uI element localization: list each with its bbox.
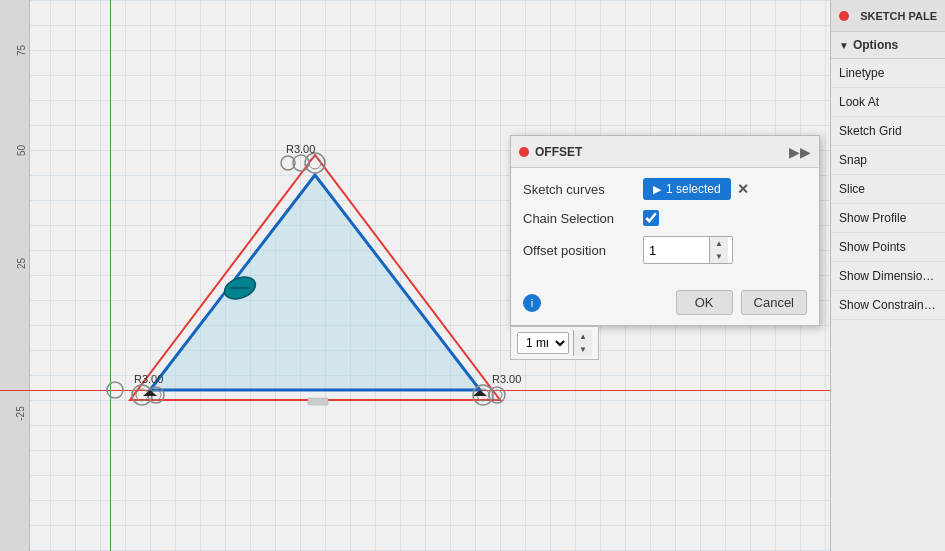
mm-bar: 1 mm 2 mm 5 mm ▲ ▼ [510,326,599,360]
panel-header: SKETCH PALE [831,0,945,32]
cancel-button[interactable]: Cancel [741,290,807,315]
offset-position-row: Offset position ▲ ▼ [523,236,807,264]
svg-point-3 [309,157,321,169]
info-icon: i [523,294,541,312]
selected-label: 1 selected [666,182,721,196]
panel-dot [839,11,849,21]
dialog-header: OFFSET ▶▶ [511,136,819,168]
offset-input-wrap: ▲ ▼ [643,236,733,264]
selected-button[interactable]: ▶ 1 selected [643,178,731,200]
spin-buttons: ▲ ▼ [709,237,728,263]
svg-point-14 [107,382,123,398]
spin-up-button[interactable]: ▲ [710,237,728,250]
svg-text:R3.00: R3.00 [134,373,163,385]
panel-item-show-profile[interactable]: Show Profile [831,204,945,233]
ruler-left: 75 50 25 -25 [0,0,30,551]
panel-item-sketch-grid[interactable]: Sketch Grid [831,117,945,146]
options-section-header: ▼ Options [831,32,945,59]
sketch-curves-row: Sketch curves ▶ 1 selected ✕ [523,178,807,200]
ok-button[interactable]: OK [676,290,733,315]
options-label: Options [853,38,898,52]
svg-text:R3.00: R3.00 [492,373,521,385]
dialog-expand-icon[interactable]: ▶▶ [789,144,811,160]
ruler-mark-25: 25 [16,258,27,269]
dialog-title: OFFSET [519,145,582,159]
chain-selection-checkbox[interactable] [643,210,659,226]
dialog-footer: i OK Cancel [511,284,819,325]
svg-text:R3.00: R3.00 [286,143,315,155]
mm-spin-down[interactable]: ▼ [574,343,592,356]
mm-select[interactable]: 1 mm 2 mm 5 mm [518,333,568,353]
dialog-dot [519,147,529,157]
cursor-icon: ▶ [653,183,661,196]
mm-spin-up[interactable]: ▲ [574,330,592,343]
panel-title: SKETCH PALE [860,10,937,22]
offset-position-input[interactable] [644,240,709,261]
panel-item-linetype[interactable]: Linetype [831,59,945,88]
chain-selection-row: Chain Selection [523,210,807,226]
mm-spin-buttons: ▲ ▼ [573,330,592,356]
offset-dialog: OFFSET ▶▶ Sketch curves ▶ 1 selected ✕ C… [510,135,820,326]
panel-item-show-constrain[interactable]: Show Constrain… [831,291,945,320]
dialog-body: Sketch curves ▶ 1 selected ✕ Chain Selec… [511,168,819,284]
svg-marker-1 [150,175,480,390]
offset-position-label: Offset position [523,243,643,258]
clear-selection-button[interactable]: ✕ [737,181,749,197]
chain-selection-label: Chain Selection [523,211,643,226]
ruler-mark-75: 75 [16,45,27,56]
chain-selection-checkbox-wrap [643,210,659,226]
mm-input-wrap: 1 mm 2 mm 5 mm [517,332,569,354]
ruler-mark-50: 50 [16,145,27,156]
spin-down-button[interactable]: ▼ [710,250,728,263]
panel-item-slice[interactable]: Slice [831,175,945,204]
ruler-mark-neg25: -25 [14,406,25,420]
panel-item-look-at[interactable]: Look At [831,88,945,117]
panel-item-snap[interactable]: Snap [831,146,945,175]
panel-item-show-points[interactable]: Show Points [831,233,945,262]
panel-item-show-dimensions[interactable]: Show Dimensio… [831,262,945,291]
sketch-curves-label: Sketch curves [523,182,643,197]
right-panel: SKETCH PALE ▼ Options Linetype Look At S… [830,0,945,551]
dialog-title-text: OFFSET [535,145,582,159]
options-triangle-icon: ▼ [839,40,849,51]
svg-rect-20 [308,398,328,405]
